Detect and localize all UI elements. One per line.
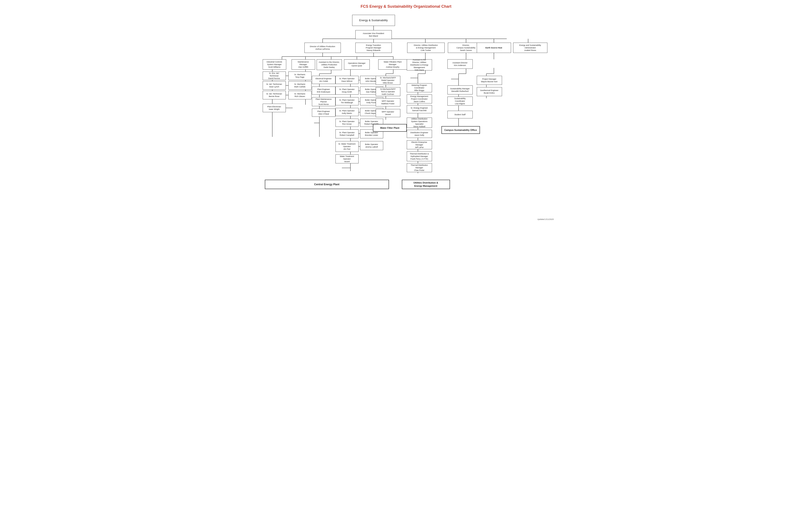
dist-eng-jason-node: Distribution Engineer Jason Kelly (407, 130, 432, 138)
sustain-mgr-meredith-node: Sustainability Manager Meredith Rutherfo… (447, 85, 473, 94)
elec-ent-mgr-node: Electric Enterprise Manager Jeff LaPar (407, 140, 432, 149)
asst-dir-dist-node: Assistant to the Director, Utilities Dis… (407, 59, 432, 71)
sr-mech-rich-node: Sr. Mechanic Rich Glezen (288, 91, 312, 99)
asst-dir-util-node: Assistant to the Director, Utilities Pro… (317, 59, 342, 70)
sr-plant-op-ron-node: Sr. Plant Operator Ron Grose (335, 119, 359, 127)
boiler-jeremy-node: Boiler Operator Jeremy Lattrell (360, 141, 383, 150)
dir-util-node: Director of Utilities Production Joshua … (305, 43, 341, 53)
sr-energy-eng-node: Sr. Energy Engineer Samuel Fairchild (407, 105, 432, 113)
plant-elec-node: Plant Electrician Isaac Wright (263, 104, 286, 112)
sr-plant-op-tim-node: Sr. Plant Operator Tim Middaugh (335, 97, 359, 105)
avp-node: Associate Vice President Bert Bland (355, 30, 392, 39)
sr-mech-wfp-keith-node: Sr.Mechanic/WFP Tech & Operator Keith Co… (376, 87, 400, 96)
bnrgy-admin-node: Energy and Sustainability Administrator … (513, 43, 547, 53)
thermal-hydro-mgr-node: Thermal Distribution & Hydroplant Manage… (407, 152, 432, 161)
ic-sys-mgr-node: Industrial Controls System Manager Scott… (263, 59, 286, 70)
wfp-op-matthew-node: WFP Operator Matthew Foster (376, 98, 400, 107)
campus-sustain-office-label: Campus Sustainability Office (442, 126, 480, 134)
util-dist-spec-node: Utilities Distribution System Operations… (407, 118, 432, 128)
wfp-op-vacant-node: WFP Operator Vacant (376, 109, 400, 117)
sr-mech-mark-node: Sr. Mechanic Mark Carlisle (288, 81, 312, 90)
sr-plant-op-robert-node: Sr. Plant Operator Robert Campbell (335, 129, 359, 138)
sr-water-treat-node: Sr. Water Treatment Operator Jim Parr (335, 141, 359, 152)
sr-plant-op-doug-node: Sr. Plant Operator Doug Smith (335, 87, 359, 95)
ops-mgr-node: Operations Manager Garret Quist (344, 59, 370, 70)
sr-ic-bernie-node: Sr. I&C Technician Bernie Rose (263, 91, 286, 99)
thermal-dist-mgr-node: Thermal Distribution Manager Chas Porter (407, 163, 432, 172)
plant-eng-erik-node: Plant Engineer Erik Kirakosyan (312, 87, 335, 95)
root-node: Energy & Sustainability (352, 15, 395, 26)
util-dist-energy-label: Utilities Distribution & Energy Manageme… (402, 180, 450, 189)
plant-maint-plan-node: Plant Maintenance Planner Scott Morse (312, 97, 335, 106)
metering-coord-node: Metering Program Coordinator Mike Boggs (407, 83, 432, 92)
student-staff-node: Student Staff (447, 111, 473, 119)
proj-mgr-wayne-node: Project Manager Wayne Bezner Kerr (477, 76, 502, 85)
sr-mech-tony-node: Sr. Mechanic Tony Page (288, 72, 312, 80)
energy-mgmt-coord-node: Energy Management Project Coordinator Ja… (407, 94, 432, 103)
geo-eng-burak-node: Geothermal Engineer Burak Erdinc (477, 87, 502, 96)
central-energy-plant-label: Central Energy Plant (265, 180, 389, 189)
updated-note: Updated 2/11/2025 (258, 218, 554, 220)
plant-eng-alton-node: Plant Engineer Alton O'Neal (312, 109, 335, 117)
sustain-coord-lisa-node: Sustainability Coordinator Lisa Kilgore (447, 96, 473, 105)
asst-dir-anderson-node: Assistant Director Kim Anderson (447, 59, 473, 69)
maint-mgr-node: Maintenance Manager Alan Griffith (291, 59, 315, 70)
sr-ic-sean-node: Sr. I&C Technician Sean Lynch (263, 81, 286, 90)
sr-env-ic-node: Sr. Env. I&C Technician David Perrine (263, 72, 286, 80)
dir-dist-node: Director, Utilities Distribution & Energ… (407, 43, 445, 53)
elec-eng-node: Electrical Engineer Jim Ciolek (312, 76, 335, 84)
water-filt-node: Water Filtration Plant Manager Andrew Mu… (378, 59, 407, 70)
page-title: FCS Energy & Sustainability Organization… (4, 4, 808, 9)
sr-plant-op-kelly-node: Sr. Plant Operator Kelly Martin (335, 108, 359, 116)
earth-source-node: Earth Source Heat (477, 43, 511, 53)
water-filter-plant-label: Water Filter Plant (373, 124, 407, 132)
sr-plant-op-dave-node: Sr. Plant Operator Dave Wilmot (335, 76, 359, 84)
sr-mech-wfp-mike-node: Sr. Mechanic/WFP Relief Operator Mike Br… (376, 76, 400, 85)
energy-trans-node: Energy Transition Program Manager Stacey… (355, 43, 392, 53)
water-treat-op-node: Water Treatment Operator vacant (335, 155, 359, 163)
